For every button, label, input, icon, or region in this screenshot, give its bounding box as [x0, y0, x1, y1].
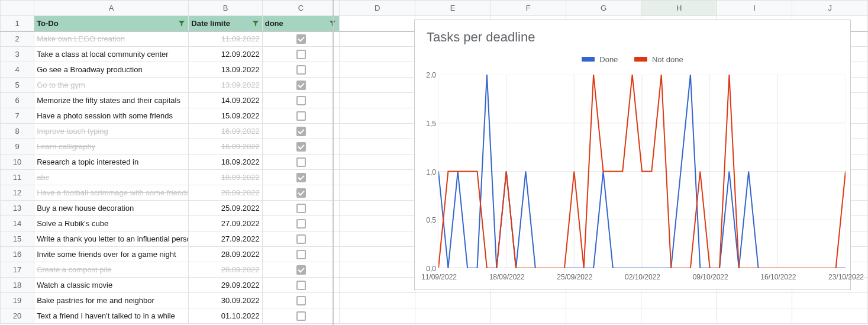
row-header-2[interactable]: 2 — [1, 31, 34, 47]
row-header-10[interactable]: 10 — [1, 155, 34, 170]
checkbox[interactable] — [296, 250, 306, 259]
cell-D10[interactable] — [340, 155, 415, 170]
checkbox[interactable] — [296, 188, 306, 198]
cell-C19[interactable] — [262, 293, 340, 308]
row-header-15[interactable]: 15 — [1, 231, 34, 247]
cell-A2[interactable]: Make own LEGO creation — [34, 31, 189, 47]
row-header-12[interactable]: 12 — [1, 185, 34, 201]
cell-D20[interactable] — [340, 308, 415, 324]
col-header-B[interactable]: B — [189, 1, 262, 16]
cell-D2[interactable] — [340, 31, 415, 47]
cell-B10[interactable]: 18.09.2022 — [189, 155, 262, 170]
row-header-11[interactable]: 11 — [1, 170, 34, 185]
cell-J19[interactable] — [792, 293, 868, 308]
row-header-8[interactable]: 8 — [1, 124, 34, 139]
cell-A9[interactable]: Learn calligraphy — [34, 139, 189, 155]
checkbox[interactable] — [296, 173, 306, 182]
row-header-18[interactable]: 18 — [1, 278, 34, 293]
cell-D18[interactable] — [340, 278, 415, 293]
cell-F20[interactable] — [491, 308, 566, 324]
cell-A19[interactable]: Bake pastries for me and neighbor — [34, 293, 189, 308]
cell-D8[interactable] — [340, 124, 415, 139]
checkbox[interactable] — [296, 34, 306, 44]
row-header-20[interactable]: 20 — [1, 308, 34, 324]
row-header-5[interactable]: 5 — [1, 78, 34, 93]
checkbox[interactable] — [296, 127, 306, 136]
cell-A6[interactable]: Memorize the fifty states and their capi… — [34, 93, 189, 108]
cell-D6[interactable] — [340, 93, 415, 108]
cell-J20[interactable] — [792, 308, 868, 324]
cell-H19[interactable] — [641, 293, 717, 308]
checkbox[interactable] — [296, 96, 306, 105]
cell-G20[interactable] — [566, 308, 641, 324]
cell-B3[interactable]: 12.09.2022 — [189, 47, 262, 62]
cell-D14[interactable] — [340, 216, 415, 231]
cell-C16[interactable] — [262, 247, 340, 262]
cell-I19[interactable] — [717, 293, 792, 308]
chart[interactable]: Tasks per deadline Done Not done 0,00,51… — [414, 20, 851, 290]
cell-C10[interactable] — [262, 155, 340, 170]
checkbox[interactable] — [296, 65, 306, 75]
cell-F19[interactable] — [491, 293, 566, 308]
cell-A20[interactable]: Text a friend I haven't talked to in a w… — [34, 308, 189, 324]
cell-A4[interactable]: Go see a Broadway production — [34, 62, 189, 78]
cell-C14[interactable] — [262, 216, 340, 231]
checkbox[interactable] — [296, 81, 306, 90]
cell-A8[interactable]: Improve touch typing — [34, 124, 189, 139]
cell-A18[interactable]: Watch a classic movie — [34, 278, 189, 293]
cell-B7[interactable]: 15.09.2022 — [189, 108, 262, 124]
col-header-E[interactable]: E — [415, 1, 491, 16]
col-header-F[interactable]: F — [491, 1, 566, 16]
row-header-16[interactable]: 16 — [1, 247, 34, 262]
cell-A11[interactable]: abc — [34, 170, 189, 185]
cell-A3[interactable]: Take a class at local community center — [34, 47, 189, 62]
cell-D13[interactable] — [340, 201, 415, 216]
cell-B16[interactable]: 28.09.2022 — [189, 247, 262, 262]
row-header-13[interactable]: 13 — [1, 201, 34, 216]
cell-B4[interactable]: 13.09.2022 — [189, 62, 262, 78]
checkbox[interactable] — [296, 234, 306, 244]
cell-C11[interactable] — [262, 170, 340, 185]
cell-C17[interactable] — [262, 262, 340, 278]
row-header-1[interactable]: 1 — [1, 16, 34, 31]
cell-A7[interactable]: Have a photo session with some friends — [34, 108, 189, 124]
row-header-9[interactable]: 9 — [1, 139, 34, 155]
cell-D4[interactable] — [340, 62, 415, 78]
col-header-A[interactable]: A — [34, 1, 189, 16]
col-header-G[interactable]: G — [566, 1, 641, 16]
checkbox[interactable] — [296, 111, 306, 121]
cell-H20[interactable] — [641, 308, 717, 324]
col-header-D[interactable]: D — [340, 1, 415, 16]
checkbox[interactable] — [296, 204, 306, 213]
cell-B17[interactable]: 28.09.2022 — [189, 262, 262, 278]
cell-D11[interactable] — [340, 170, 415, 185]
checkbox[interactable] — [296, 311, 306, 321]
cell-C2[interactable] — [262, 31, 340, 47]
cell-B19[interactable]: 30.09.2022 — [189, 293, 262, 308]
cell-B5[interactable]: 13.09.2022 — [189, 78, 262, 93]
col-header-J[interactable]: J — [792, 1, 868, 16]
cell-B6[interactable]: 14.09.2022 — [189, 93, 262, 108]
checkbox[interactable] — [296, 142, 306, 152]
row-header-19[interactable]: 19 — [1, 293, 34, 308]
cell-B20[interactable]: 01.10.2022 — [189, 308, 262, 324]
cell-D3[interactable] — [340, 47, 415, 62]
cell-C6[interactable] — [262, 93, 340, 108]
cell-C5[interactable] — [262, 78, 340, 93]
cell-A12[interactable]: Have a football scrimmage with some frie… — [34, 185, 189, 201]
row-header-3[interactable]: 3 — [1, 47, 34, 62]
col-header-C[interactable]: C — [262, 1, 340, 16]
cell-I20[interactable] — [717, 308, 792, 324]
cell-D19[interactable] — [340, 293, 415, 308]
col-header-I[interactable]: I — [717, 1, 792, 16]
cell-C7[interactable] — [262, 108, 340, 124]
checkbox[interactable] — [296, 157, 306, 167]
checkbox[interactable] — [296, 219, 306, 229]
cell-D12[interactable] — [340, 185, 415, 201]
cell-A16[interactable]: Invite some friends over for a game nigh… — [34, 247, 189, 262]
header-cell-D[interactable] — [340, 16, 415, 31]
cell-B12[interactable]: 20.09.2022 — [189, 185, 262, 201]
checkbox[interactable] — [296, 265, 306, 275]
cell-C18[interactable] — [262, 278, 340, 293]
cell-C3[interactable] — [262, 47, 340, 62]
